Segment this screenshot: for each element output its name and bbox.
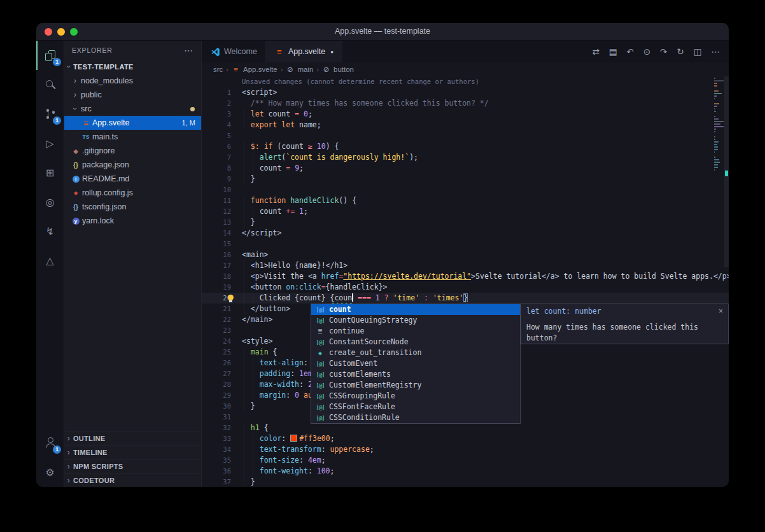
explorer-sidebar: EXPLORER ⋯ › TEST-TEMPLATE ›node_modules…: [64, 41, 202, 487]
section-npm-scripts[interactable]: ›NPM SCRIPTS: [64, 459, 201, 473]
code-line[interactable]: 13 }: [202, 217, 729, 228]
code-line[interactable]: 1<script>: [202, 87, 729, 98]
code-line[interactable]: 16<main>: [202, 249, 729, 260]
tab-app-svelte[interactable]: App.svelte ●: [266, 41, 342, 62]
item-label: main.ts: [92, 132, 118, 141]
code-line[interactable]: 6 $: if (count ≥ 10) {: [202, 141, 729, 152]
breadcrumb-item-main[interactable]: main: [297, 66, 313, 73]
file-item-README.md[interactable]: README.md: [64, 172, 201, 186]
activity-item-github-pull-requests[interactable]: ◎: [36, 187, 64, 216]
code-line[interactable]: 10: [202, 185, 729, 195]
breadcrumb-item-button[interactable]: button: [333, 66, 354, 73]
activity-item-search[interactable]: [36, 70, 64, 99]
code-line[interactable]: 36 font-weight: 100;: [202, 466, 729, 477]
more-actions-icon[interactable]: ⋯: [712, 46, 720, 57]
titlebar: App.svelte — test-template: [36, 23, 729, 41]
suggestion-create_out_transition[interactable]: create_out_transition: [311, 347, 520, 358]
suggestion-label: customElements: [329, 369, 391, 380]
item-label: node_modules: [81, 76, 133, 85]
code-line[interactable]: 17 <h1>Hello {name}!</h1>: [202, 260, 729, 271]
code-line[interactable]: 8 count = 9;: [202, 163, 729, 174]
code-line[interactable]: 15: [202, 239, 729, 249]
suggestion-CSSFontFaceRule[interactable]: CSSFontFaceRule: [311, 402, 520, 412]
activity-item-source-control[interactable]: 1: [36, 99, 64, 129]
section-outline[interactable]: ›OUTLINE: [64, 431, 201, 445]
code-line[interactable]: 3 let count = 0;: [202, 109, 729, 120]
line-number: 11: [202, 195, 242, 206]
file-item-yarn.lock[interactable]: yarn.lock: [64, 214, 201, 228]
section-label: CODETOUR: [73, 477, 115, 484]
code-line[interactable]: 19 <button on:click={handleClick}>: [202, 282, 729, 293]
code-line[interactable]: 2 /** How many times has someone clicked…: [202, 98, 729, 109]
minimap[interactable]: [714, 78, 724, 172]
section-codetour[interactable]: ›CODETOUR: [64, 473, 201, 487]
run-and-debug-icon: ▷: [46, 137, 53, 150]
compare-changes-icon[interactable]: ⇄: [592, 46, 599, 57]
symbol-class-icon: [314, 369, 326, 380]
code-line[interactable]: 37 }: [202, 477, 729, 487]
file-item-package.json[interactable]: package.json: [64, 158, 201, 172]
overview-ruler[interactable]: [724, 76, 729, 487]
code-line[interactable]: 18 <p>Visit the <a href="https://svelte.…: [202, 271, 729, 282]
next-change-icon[interactable]: ↷: [660, 46, 667, 57]
activity-item-run-and-debug[interactable]: ▷: [36, 129, 64, 158]
suggestion-CSSGroupingRule[interactable]: CSSGroupingRule: [311, 391, 520, 402]
suggestion-docs-panel: let count: number × How many times has s…: [521, 304, 729, 344]
code-line[interactable]: 5: [202, 130, 729, 141]
chevron-right-icon: ›: [64, 434, 73, 443]
file-item-rollup.config.js[interactable]: rollup.config.js: [64, 186, 201, 200]
suggestion-customElements[interactable]: customElements: [311, 369, 520, 380]
suggestion-ConstantSourceNode[interactable]: ConstantSourceNode: [311, 337, 520, 347]
code-line[interactable]: 14</script>: [202, 228, 729, 239]
github-pull-requests-icon: ◎: [46, 196, 55, 208]
close-icon[interactable]: ×: [719, 307, 723, 316]
code-line[interactable]: 12 count += 1;: [202, 206, 729, 217]
chevron-right-icon: ›: [64, 448, 73, 457]
activity-item-extensions[interactable]: ⊞: [36, 158, 64, 187]
unsaved-dot-icon[interactable]: ●: [330, 49, 333, 55]
code-line[interactable]: 32 h1 {: [202, 423, 729, 433]
folder-item-src[interactable]: ›src: [64, 102, 201, 116]
lightbulb-icon[interactable]: [227, 295, 234, 302]
open-changes-icon[interactable]: ▤: [609, 46, 617, 57]
code-line[interactable]: 35 font-size: 4em;: [202, 455, 729, 466]
code-line[interactable]: 33 color: #ff3e00;: [202, 433, 729, 444]
breadcrumb-item-src[interactable]: src: [213, 66, 223, 73]
activity-item-explorer[interactable]: 1: [36, 41, 64, 70]
code-line[interactable]: 11 function handleClick() {: [202, 195, 729, 206]
suggestion-CustomEvent[interactable]: CustomEvent: [311, 358, 520, 369]
activity-item-accounts[interactable]: 1: [36, 428, 64, 458]
explorer-more-actions-icon[interactable]: ⋯: [184, 45, 193, 55]
file-item-main.ts[interactable]: main.ts: [64, 130, 201, 144]
file-item-tsconfig.json[interactable]: tsconfig.json: [64, 200, 201, 214]
ts-file-icon: [81, 134, 91, 140]
file-item-App.svelte[interactable]: App.svelte1, M: [64, 116, 201, 130]
activity-item-azure-tools[interactable]: △: [36, 246, 64, 275]
activity-item-live-share[interactable]: ↯: [36, 216, 64, 246]
file-item-.gitignore[interactable]: .gitignore: [64, 144, 201, 158]
section-timeline[interactable]: ›TIMELINE: [64, 445, 201, 459]
breadcrumb-item-App.svelte[interactable]: App.svelte: [243, 66, 277, 73]
suggestion-CSSConditionRule[interactable]: CSSConditionRule: [311, 412, 520, 423]
suggestion-CustomElementRegistry[interactable]: CustomElementRegistry: [311, 380, 520, 391]
split-editor-icon[interactable]: ◫: [694, 46, 702, 57]
code-line[interactable]: 4 export let name;: [202, 120, 729, 130]
tab-welcome[interactable]: Welcome: [202, 41, 266, 62]
code-line[interactable]: 20 Clicked {count} {coun === 1 ? 'time' …: [202, 293, 729, 304]
code-line[interactable]: 7 alert(`count is dangerously high!`);: [202, 152, 729, 163]
folder-item-node_modules[interactable]: ›node_modules: [64, 74, 201, 88]
code-editor[interactable]: Unsaved changes (cannot determine recent…: [202, 76, 729, 487]
file-history-icon[interactable]: ↻: [677, 46, 684, 57]
item-label: public: [81, 90, 102, 99]
suggestion-CountQueuingStrategy[interactable]: CountQueuingStrategy: [311, 315, 520, 326]
chevron-right-icon: ›: [64, 476, 73, 485]
suggestion-continue[interactable]: continue: [311, 326, 520, 337]
suggestion-count[interactable]: count: [311, 304, 520, 315]
code-line[interactable]: 9 }: [202, 174, 729, 185]
section-test-template[interactable]: › TEST-TEMPLATE: [64, 60, 201, 74]
code-line[interactable]: 34 text-transform: uppercase;: [202, 444, 729, 455]
folder-item-public[interactable]: ›public: [64, 88, 201, 102]
previous-change-icon[interactable]: ↶: [626, 46, 633, 57]
activity-item-settings[interactable]: ⚙: [36, 458, 64, 487]
changes-overview-icon[interactable]: ⊙: [643, 46, 650, 57]
